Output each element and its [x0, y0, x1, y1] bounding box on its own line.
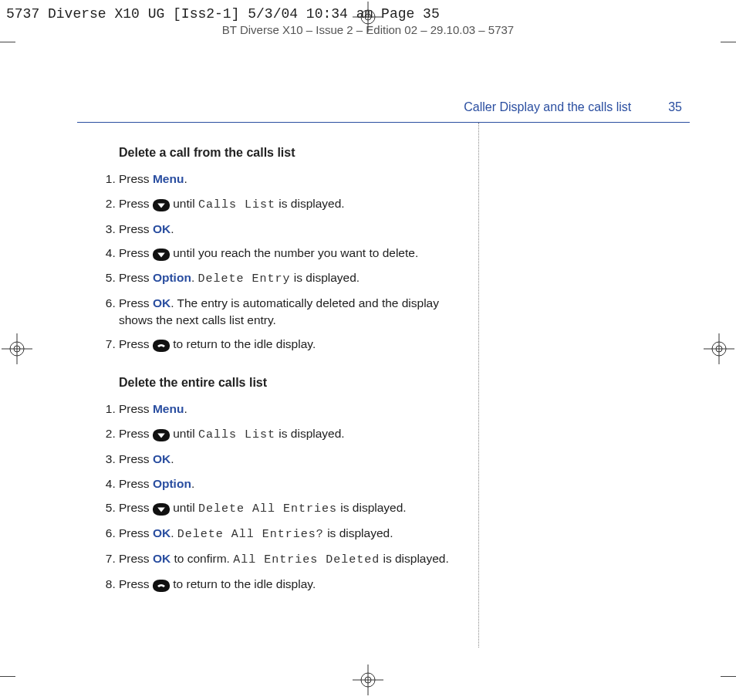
- registration-mark-right: [704, 333, 734, 367]
- step: Press OK. Delete All Entries? is display…: [119, 525, 463, 543]
- key-option: Option: [153, 271, 191, 284]
- svg-point-13: [716, 346, 722, 352]
- down-arrow-icon: [153, 199, 170, 211]
- step: Press until Delete All Entries is displa…: [119, 499, 463, 517]
- key-menu: Menu: [153, 172, 184, 185]
- lcd-text: Delete All Entries: [198, 502, 337, 516]
- key-ok: OK: [153, 552, 170, 565]
- key-ok: OK: [153, 526, 170, 539]
- end-call-icon: [153, 580, 170, 592]
- page-body: Caller Display and the calls list 35 Del…: [77, 100, 690, 669]
- down-arrow-icon: [153, 249, 170, 261]
- step: Press OK to confirm. All Entries Deleted…: [119, 550, 463, 568]
- registration-mark-left: [2, 333, 32, 367]
- crop-mark: [721, 42, 736, 42]
- end-call-icon: [153, 340, 170, 352]
- step: Press to return to the idle display.: [119, 336, 463, 353]
- print-job-header: 5737 Diverse X10 UG [Iss2-1] 5/3/04 10:3…: [6, 6, 440, 22]
- page-number: 35: [668, 100, 682, 114]
- key-menu: Menu: [153, 402, 184, 415]
- svg-point-8: [10, 342, 24, 356]
- key-ok: OK: [153, 296, 170, 309]
- steps-delete-all: Press Menu. Press until Calls List is di…: [100, 401, 463, 593]
- lcd-text: Delete Entry: [198, 272, 291, 286]
- heading-delete-one: Delete a call from the calls list: [100, 146, 463, 160]
- step: Press Menu.: [119, 171, 463, 188]
- svg-point-5: [365, 677, 371, 683]
- step: Press OK. The entry is automatically del…: [119, 295, 463, 328]
- down-arrow-icon: [153, 503, 170, 516]
- step: Press Menu.: [119, 401, 463, 418]
- crop-mark: [721, 676, 736, 677]
- key-ok: OK: [153, 452, 170, 465]
- document-header: BT Diverse X10 – Issue 2 – Edition 02 – …: [0, 23, 736, 36]
- crop-mark: [0, 676, 15, 677]
- left-column: Delete a call from the calls list Press …: [77, 123, 472, 648]
- lcd-text: Calls List: [198, 198, 275, 211]
- step: Press until you reach the number you wan…: [119, 245, 463, 262]
- step: Press to return to the idle display.: [119, 576, 463, 593]
- lcd-text: Delete All Entries?: [177, 528, 324, 541]
- column-divider: [478, 123, 479, 648]
- right-column: [485, 123, 690, 648]
- step: Press until Calls List is displayed.: [119, 425, 463, 443]
- step: Press Option.: [119, 475, 463, 492]
- lcd-text: All Entries Deleted: [233, 553, 380, 566]
- down-arrow-icon: [153, 429, 170, 441]
- step: Press until Calls List is displayed.: [119, 195, 463, 213]
- steps-delete-one: Press Menu. Press until Calls List is di…: [100, 171, 463, 353]
- svg-point-9: [14, 346, 20, 352]
- step: Press OK.: [119, 221, 463, 238]
- svg-point-12: [712, 342, 726, 356]
- step: Press OK.: [119, 451, 463, 468]
- svg-point-4: [361, 673, 375, 687]
- section-title: Caller Display and the calls list: [464, 100, 631, 114]
- step: Press Option. Delete Entry is displayed.: [119, 269, 463, 287]
- registration-mark-bottom: [353, 664, 383, 698]
- key-option: Option: [153, 477, 191, 490]
- heading-delete-all: Delete the entire calls list: [100, 376, 463, 390]
- crop-mark: [0, 42, 15, 42]
- lcd-text: Calls List: [198, 428, 275, 441]
- key-ok: OK: [153, 222, 170, 235]
